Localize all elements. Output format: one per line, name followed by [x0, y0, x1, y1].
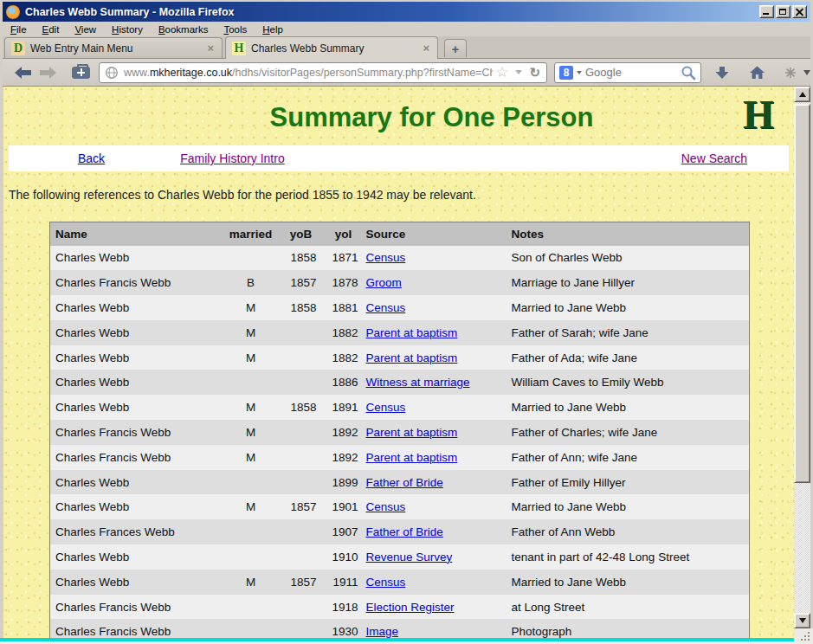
tab-charles-webb-summary[interactable]: H Charles Webb Summary ×: [225, 36, 438, 59]
close-button[interactable]: [792, 5, 807, 18]
source-link[interactable]: Parent at baptism: [366, 326, 458, 339]
url-domain: mkheritage.co.uk: [150, 67, 232, 79]
scrollbar-down-button[interactable]: [794, 613, 810, 628]
source-link[interactable]: Parent at baptism: [366, 351, 458, 364]
search-box[interactable]: 8: [554, 62, 701, 83]
cell-yob: 1858: [279, 295, 324, 320]
source-link[interactable]: Census: [366, 301, 406, 314]
cell-name: Charles Frances Webb: [50, 519, 223, 544]
source-link[interactable]: Census: [366, 500, 406, 513]
minimize-button[interactable]: [759, 5, 774, 18]
cell-married: [223, 246, 279, 271]
menu-file[interactable]: File: [3, 23, 35, 35]
menu-bar: File Edit View History Bookmarks Tools H…: [3, 22, 810, 36]
family-history-intro-link[interactable]: Family History Intro: [180, 151, 285, 165]
bookmark-tool-button[interactable]: [72, 67, 90, 79]
new-search-link[interactable]: New Search: [681, 151, 747, 165]
resize-corner[interactable]: [794, 628, 813, 644]
addon-button[interactable]: [784, 67, 797, 79]
tab-web-entry-main-menu[interactable]: D Web Entry Main Menu ×: [4, 37, 223, 58]
briefcase-plus-icon: [72, 67, 90, 79]
scroll-down-icon: [799, 618, 806, 623]
source-link[interactable]: Image: [366, 625, 399, 638]
table-row: Charles Webb1886Witness at marriageWilli…: [50, 370, 750, 395]
table-row: Charles WebbM1882Parent at baptismFather…: [50, 345, 750, 370]
menu-history[interactable]: History: [104, 23, 151, 35]
engine-dropdown-icon[interactable]: [577, 71, 582, 74]
vertical-scrollbar[interactable]: [794, 87, 810, 628]
cell-married: B: [223, 270, 279, 295]
source-link[interactable]: Groom: [366, 276, 402, 289]
table-row: Charles Francis WebbB18571878GroomMarria…: [50, 270, 750, 295]
column-header-married: married: [223, 222, 279, 246]
scrollbar-up-button[interactable]: [794, 87, 810, 102]
cell-name: Charles Webb: [50, 370, 223, 395]
source-link[interactable]: Census: [366, 576, 406, 589]
home-button[interactable]: [749, 65, 765, 80]
search-input[interactable]: [585, 66, 681, 79]
source-link[interactable]: Witness at marriage: [366, 376, 470, 389]
cell-source: Father of Bride: [364, 470, 509, 495]
menu-tools[interactable]: Tools: [216, 23, 255, 35]
cell-married: [223, 544, 279, 570]
source-link[interactable]: Census: [366, 401, 406, 414]
page-content: Summary for One Person H Back Family His…: [3, 87, 794, 638]
title-bar: Charles Webb Summary - Mozilla Firefox: [3, 2, 810, 22]
cell-source: Groom: [364, 270, 509, 295]
scrollbar-thumb[interactable]: [794, 104, 810, 483]
source-link[interactable]: Father of Bride: [366, 476, 443, 489]
table-row: Charles Webb1899Father of BrideFather of…: [50, 470, 750, 495]
cell-name: Charles Webb: [50, 246, 223, 271]
menu-bookmarks[interactable]: Bookmarks: [151, 23, 216, 35]
source-link[interactable]: Parent at baptism: [366, 426, 458, 439]
cell-name: Charles Webb: [50, 345, 223, 370]
bookmark-star-icon[interactable]: ☆: [493, 65, 511, 80]
cell-source: Parent at baptism: [364, 320, 509, 345]
forward-button[interactable]: [39, 65, 58, 80]
tab-close-icon[interactable]: ×: [421, 42, 431, 55]
table-row: Charles Francis WebbM1892Parent at bapti…: [50, 420, 750, 445]
intro-text: The following references to Charles Webb…: [9, 188, 476, 202]
url-bar[interactable]: www.mkheritage.co.uk/hdhs/visitorPages/p…: [99, 62, 547, 83]
google-engine-icon[interactable]: 8: [559, 66, 573, 80]
forward-arrow-icon: [40, 67, 56, 79]
url-dropdown-icon[interactable]: [515, 70, 522, 74]
maximize-button[interactable]: [776, 5, 790, 18]
tab-close-icon[interactable]: ×: [205, 42, 216, 55]
reload-icon[interactable]: ↻: [526, 65, 543, 80]
cell-notes: at Long Street: [509, 595, 750, 620]
firefox-icon[interactable]: [6, 5, 20, 19]
toolbar-overflow-chevron-icon[interactable]: [803, 70, 810, 75]
back-button[interactable]: [13, 65, 32, 80]
source-link[interactable]: Parent at baptism: [366, 451, 458, 464]
cell-yob: [279, 470, 324, 495]
source-link[interactable]: Election Register: [366, 601, 455, 614]
cell-yob: 1858: [279, 246, 324, 271]
back-link[interactable]: Back: [78, 151, 105, 165]
tab-favicon: H: [232, 42, 246, 55]
new-tab-button[interactable]: +: [444, 39, 467, 57]
search-magnifier-icon[interactable]: [681, 65, 696, 80]
minimize-icon: [763, 13, 769, 15]
navigation-toolbar: www.mkheritage.co.uk/hdhs/visitorPages/p…: [3, 59, 810, 87]
cell-married: [223, 595, 279, 620]
browser-window: Charles Webb Summary - Mozilla Firefox F…: [0, 0, 813, 644]
cell-notes: William Caves to Emily Webb: [509, 370, 750, 395]
menu-edit[interactable]: Edit: [35, 23, 68, 35]
cell-source: Census: [364, 295, 509, 320]
source-link[interactable]: Census: [366, 251, 406, 264]
cell-yob: [279, 345, 324, 370]
source-link[interactable]: Revenue Survey: [366, 551, 453, 564]
cell-yoi: 1882: [324, 345, 364, 370]
source-link[interactable]: Father of Bride: [366, 525, 443, 538]
table-row: Charles WebbM18581891CensusMarried to Ja…: [50, 395, 750, 420]
cell-notes: Father of Sarah; wife Jane: [509, 320, 750, 345]
cell-source: Revenue Survey: [364, 544, 509, 570]
cell-name: Charles Francis Webb: [50, 619, 223, 638]
url-text: www.mkheritage.co.uk/hdhs/visitorPages/p…: [124, 67, 493, 79]
menu-view[interactable]: View: [67, 23, 104, 35]
records-table: NamemarriedyoByoISourceNotes Charles Web…: [49, 222, 750, 638]
menu-help[interactable]: Help: [255, 23, 291, 35]
page-title: Summary for One Person: [3, 102, 794, 133]
downloads-button[interactable]: [713, 65, 730, 80]
